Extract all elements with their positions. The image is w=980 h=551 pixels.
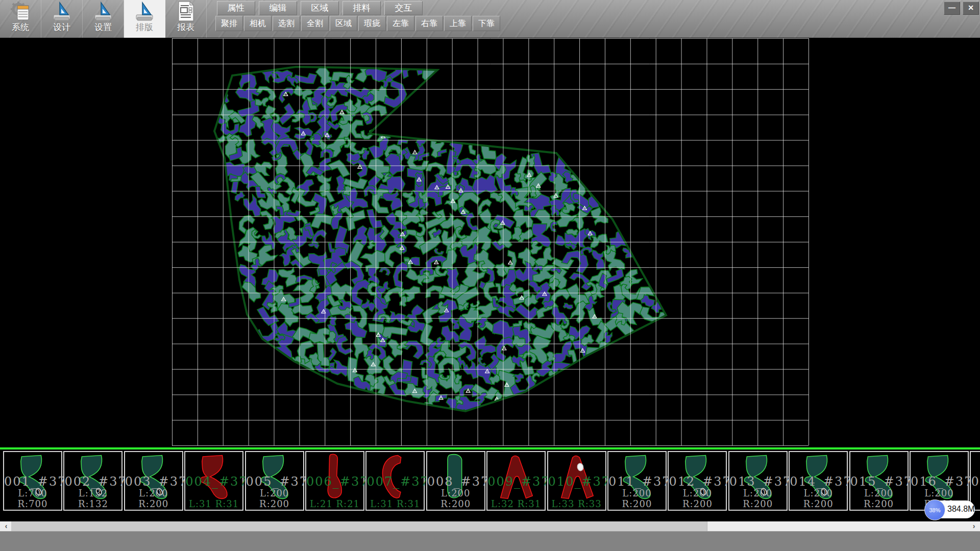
piece-thumbnail[interactable]: 001_#37L:700 R:700 (3, 451, 62, 511)
app-window: 系统设计设置排版报表 属性编辑区域排料交互 聚排相机选割全割区域瑕疵左靠右靠上靠… (0, 0, 980, 551)
piece-id-label: 005_#37 (246, 474, 303, 489)
piece-lr-count: L:200 R:200 (246, 488, 303, 509)
piece-thumbnail[interactable]: 002_#37L:132 R:132 (63, 451, 122, 511)
piece-lr-count: L:200 R:200 (608, 488, 666, 509)
scrollbar-thumb[interactable] (11, 521, 707, 531)
piece-id-label: 003_#37 (125, 474, 182, 489)
tab-design[interactable]: 设计 (41, 0, 83, 38)
piece-lr-count: L:21 R:21 (306, 498, 363, 509)
menu-material[interactable]: 排料 (342, 1, 381, 15)
piece-thumbnail[interactable]: 011_#37L:200 R:200 (607, 451, 667, 511)
set-square-icon (52, 1, 72, 22)
piece-lr-count: L:31 R:31 (366, 498, 424, 509)
piece-thumbnail-strip: 001_#37L:700 R:700002_#37L:132 R:132003_… (0, 449, 980, 521)
piece-thumbnail[interactable]: 004_#37L:31 R:31 (184, 451, 243, 511)
piece-thumbnail[interactable]: 008_#37L:200 R:200 (426, 451, 485, 511)
tab-system[interactable]: 系统 (0, 0, 41, 38)
tool-row: 聚排相机选割全割区域瑕疵左靠右靠上靠下靠 (215, 16, 500, 31)
tool-align-top[interactable]: 上靠 (444, 16, 472, 31)
progress-circle: 38% (924, 499, 945, 520)
status-badge: 38% 384.8M (925, 500, 975, 518)
piece-id-label: 004_#37 (185, 474, 242, 489)
piece-thumbnail[interactable]: 009_#37L:32 R:31 (486, 451, 546, 511)
piece-id-label: 008_#37 (427, 474, 484, 489)
piece-lr-count: L:700 R:700 (4, 488, 61, 509)
tool-align-bottom[interactable]: 下靠 (473, 16, 500, 31)
piece-id-label: 006_#37 (306, 474, 363, 489)
main-tabs: 系统设计设置排版报表 (0, 0, 207, 38)
scroll-right-button[interactable]: › (969, 521, 979, 531)
piece-id-label: 001_#37 (4, 474, 61, 489)
window-controls: — ✕ (944, 2, 979, 15)
tab-report[interactable]: 报表 (165, 0, 207, 38)
piece-id-label: 014_#37 (790, 474, 847, 489)
piece-lr-count: L:132 R:132 (64, 488, 121, 509)
tab-label: 报表 (177, 22, 194, 33)
piece-lr-count: L:200 R:200 (125, 488, 182, 509)
piece-thumbnail[interactable]: 006_#37L:21 R:21 (305, 451, 364, 511)
tool-region[interactable]: 区域 (330, 16, 357, 31)
tool-cluster-nest[interactable]: 聚排 (215, 16, 243, 31)
piece-id-label: 011_#37 (608, 474, 666, 489)
tool-cut-all[interactable]: 全割 (301, 16, 329, 31)
close-button[interactable]: ✕ (963, 2, 979, 15)
piece-thumbnail[interactable]: 015_#37L:200 R:200 (849, 451, 909, 511)
piece-lr-count: L:33 R:33 (548, 498, 605, 509)
piece-id-label: 017_#37 (971, 474, 980, 489)
scroll-left-button[interactable]: ‹ (1, 521, 11, 531)
piece-id-label: 013_#37 (729, 474, 787, 489)
menu-properties[interactable]: 属性 (217, 1, 255, 15)
piece-thumbnail[interactable]: 010_#37L:33 R:33 (547, 451, 606, 511)
menu-bar: 属性编辑区域排料交互 (217, 1, 423, 15)
piece-id-label: 007_#37 (366, 474, 424, 489)
piece-lr-count: L:200 R:200 (669, 488, 726, 509)
piece-id-label: 015_#37 (850, 474, 908, 489)
progress-percent: 38% (929, 507, 940, 513)
tool-align-left[interactable]: 左靠 (387, 16, 414, 31)
piece-lr-count: L:200 R:200 (427, 488, 484, 509)
toolbar: 系统设计设置排版报表 属性编辑区域排料交互 聚排相机选割全割区域瑕疵左靠右靠上靠… (0, 0, 980, 38)
horizontal-scrollbar[interactable]: ‹ › (0, 521, 980, 531)
gear-icon (11, 1, 30, 21)
tab-settings[interactable]: 设置 (83, 0, 124, 38)
bottom-bar (0, 531, 980, 551)
set-square-icon (134, 1, 155, 22)
piece-lr-count: L:31 R:31 (185, 498, 242, 509)
tab-label: 系统 (12, 22, 29, 33)
tab-layout[interactable]: 排版 (124, 0, 165, 38)
tool-align-right[interactable]: 右靠 (415, 16, 443, 31)
piece-thumbnail[interactable]: 005_#37L:200 R:200 (245, 451, 304, 511)
nesting-canvas[interactable] (0, 38, 980, 447)
piece-id-label: 016_#37 (911, 474, 968, 489)
tab-label: 设计 (53, 22, 70, 33)
piece-thumbnail[interactable]: 017_#37L:200 R:200 (970, 451, 980, 511)
set-square-icon (93, 1, 113, 22)
piece-id-label: 012_#37 (669, 474, 726, 489)
piece-id-label: 010_#37 (548, 474, 605, 489)
piece-thumbnail[interactable]: 012_#37L:200 R:200 (668, 451, 727, 511)
report-icon (177, 1, 195, 22)
piece-thumbnail[interactable]: 003_#37L:200 R:200 (124, 451, 183, 511)
piece-thumbnail[interactable]: 013_#37L:200 R:200 (728, 451, 788, 511)
menu-interactive[interactable]: 交互 (384, 1, 423, 15)
tab-label: 设置 (94, 22, 112, 33)
memory-label: 384.8M (947, 505, 974, 514)
tool-camera[interactable]: 相机 (244, 16, 272, 31)
piece-id-label: 009_#37 (487, 474, 545, 489)
tool-select-cut[interactable]: 选割 (273, 16, 300, 31)
piece-id-label: 002_#37 (64, 474, 121, 489)
menu-edit[interactable]: 编辑 (259, 1, 297, 15)
piece-lr-count: L:200 R:200 (729, 488, 787, 509)
tool-defect[interactable]: 瑕疵 (358, 16, 386, 31)
piece-lr-count: L:32 R:31 (487, 498, 545, 509)
tab-label: 排版 (136, 22, 153, 33)
piece-thumbnail[interactable]: 014_#37L:200 R:200 (789, 451, 848, 511)
piece-lr-count: L:200 R:200 (790, 488, 847, 509)
piece-thumbnail[interactable]: 007_#37L:31 R:31 (365, 451, 425, 511)
minimize-button[interactable]: — (944, 2, 960, 15)
piece-lr-count: L:200 R:200 (850, 488, 908, 509)
menu-region[interactable]: 区域 (301, 1, 339, 15)
